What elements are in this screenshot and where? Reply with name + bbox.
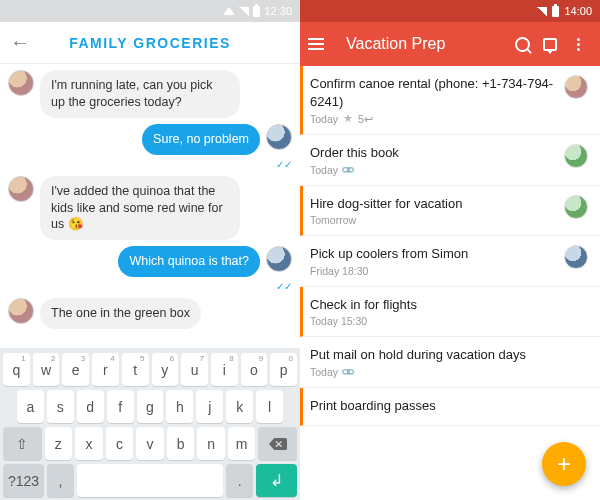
message-bubble[interactable]: Which quinoa is that?: [118, 246, 260, 277]
attachment-icon: 🔗: [341, 162, 356, 177]
task-title: Put mail on hold during vacation days: [310, 346, 588, 364]
assignee-avatar: [564, 144, 588, 168]
star-icon: ★: [343, 112, 353, 125]
task-row[interactable]: Pick up coolers from SimonFriday 18:30: [300, 236, 600, 287]
key-p[interactable]: 0p: [270, 353, 297, 386]
chat-header: ← FAMILY GROCERIES: [0, 22, 300, 64]
key-s[interactable]: s: [47, 390, 74, 423]
key-k[interactable]: k: [226, 390, 253, 423]
avatar: [8, 298, 34, 324]
key-z[interactable]: z: [45, 427, 73, 460]
key-v[interactable]: v: [136, 427, 164, 460]
keyboard-row-4: ?123 , . ↲: [3, 464, 297, 497]
message-row: Sure, no problem: [8, 124, 292, 155]
key-a[interactable]: a: [17, 390, 44, 423]
message-bubble[interactable]: The one in the green box: [40, 298, 201, 329]
key-x[interactable]: x: [75, 427, 103, 460]
backspace-key[interactable]: [258, 427, 297, 460]
back-button[interactable]: ←: [10, 31, 34, 54]
task-list: Confirm canoe rental (phone: +1-734-794-…: [300, 66, 600, 500]
menu-button[interactable]: [308, 38, 332, 50]
task-meta: Today🔗: [310, 164, 554, 176]
message-row: Which quinoa is that?: [8, 246, 292, 277]
space-key[interactable]: [77, 464, 224, 497]
assignee-avatar: [564, 245, 588, 269]
key-r[interactable]: 4r: [92, 353, 119, 386]
message-bubble[interactable]: I'm running late, can you pick up the gr…: [40, 70, 240, 118]
tasks-screen: 14:00 Vacation Prep Confirm canoe rental…: [300, 0, 600, 500]
task-row[interactable]: Confirm canoe rental (phone: +1-734-794-…: [300, 66, 600, 135]
task-row[interactable]: Print boarding passes: [300, 388, 600, 427]
status-bar-left: 12:30: [0, 0, 300, 22]
overflow-button[interactable]: [564, 38, 592, 51]
list-title: Vacation Prep: [332, 35, 508, 53]
reply-count: 5↩: [358, 113, 373, 125]
key-c[interactable]: c: [106, 427, 134, 460]
search-icon: [515, 37, 530, 52]
shift-key[interactable]: ⇧: [3, 427, 42, 460]
key-l[interactable]: l: [256, 390, 283, 423]
message-bubble[interactable]: I've added the quinoa that the kids like…: [40, 176, 240, 241]
signal-icon: [537, 7, 547, 16]
search-button[interactable]: [508, 37, 536, 52]
symbols-key[interactable]: ?123: [3, 464, 44, 497]
key-i[interactable]: 8i: [211, 353, 238, 386]
task-title: Print boarding passes: [310, 397, 588, 415]
key-g[interactable]: g: [137, 390, 164, 423]
key-b[interactable]: b: [167, 427, 195, 460]
assignee-avatar: [564, 195, 588, 219]
chat-title: FAMILY GROCERIES: [34, 35, 266, 51]
more-icon: [564, 38, 592, 51]
task-main: Order this bookToday🔗: [310, 144, 554, 176]
period-key[interactable]: .: [226, 464, 252, 497]
task-title: Confirm canoe rental (phone: +1-734-794-…: [310, 75, 554, 110]
task-row[interactable]: Hire dog-sitter for vacationTomorrow: [300, 186, 600, 237]
key-q[interactable]: 1q: [3, 353, 30, 386]
task-row[interactable]: Put mail on hold during vacation daysTod…: [300, 337, 600, 388]
message-list: I'm running late, can you pick up the gr…: [0, 64, 300, 348]
message-row: The one in the green box: [8, 298, 292, 329]
key-n[interactable]: n: [197, 427, 225, 460]
key-o[interactable]: 9o: [241, 353, 268, 386]
status-time: 14:00: [564, 5, 592, 17]
comma-key[interactable]: ,: [47, 464, 73, 497]
task-meta: Tomorrow: [310, 214, 554, 226]
key-h[interactable]: h: [166, 390, 193, 423]
avatar: [8, 70, 34, 96]
key-w[interactable]: 2w: [33, 353, 60, 386]
message-bubble[interactable]: Sure, no problem: [142, 124, 260, 155]
keyboard-row-2: asdfghjkl: [3, 390, 297, 423]
key-e[interactable]: 3e: [62, 353, 89, 386]
comment-button[interactable]: [536, 38, 564, 51]
message-row: I'm running late, can you pick up the gr…: [8, 70, 292, 118]
keyboard-row-1: 1q2w3e4r5t6y7u8i9o0p: [3, 353, 297, 386]
key-t[interactable]: 5t: [122, 353, 149, 386]
assignee-avatar: [564, 75, 588, 99]
key-f[interactable]: f: [107, 390, 134, 423]
task-main: Hire dog-sitter for vacationTomorrow: [310, 195, 554, 227]
read-receipt-icon: ✓✓: [276, 281, 292, 292]
return-key[interactable]: ↲: [256, 464, 297, 497]
key-d[interactable]: d: [77, 390, 104, 423]
message-row: I've added the quinoa that the kids like…: [8, 176, 292, 241]
avatar: [266, 124, 292, 150]
backspace-icon: [269, 437, 287, 451]
read-receipt-icon: ✓✓: [276, 159, 292, 170]
battery-icon: [552, 6, 559, 17]
task-row[interactable]: Order this bookToday🔗: [300, 135, 600, 186]
key-m[interactable]: m: [228, 427, 256, 460]
wifi-icon: [223, 7, 235, 15]
key-u[interactable]: 7u: [181, 353, 208, 386]
signal-icon: [239, 7, 249, 16]
avatar: [266, 246, 292, 272]
task-main: Print boarding passes: [310, 397, 588, 417]
key-j[interactable]: j: [196, 390, 223, 423]
add-task-fab[interactable]: +: [542, 442, 586, 486]
attachment-icon: 🔗: [341, 364, 356, 379]
key-y[interactable]: 6y: [152, 353, 179, 386]
keyboard-row-3: ⇧zxcvbnm: [3, 427, 297, 460]
task-row[interactable]: Check in for flightsToday 15:30: [300, 287, 600, 338]
task-main: Put mail on hold during vacation daysTod…: [310, 346, 588, 378]
comment-icon: [543, 38, 557, 51]
task-meta: Today★5↩: [310, 112, 554, 125]
